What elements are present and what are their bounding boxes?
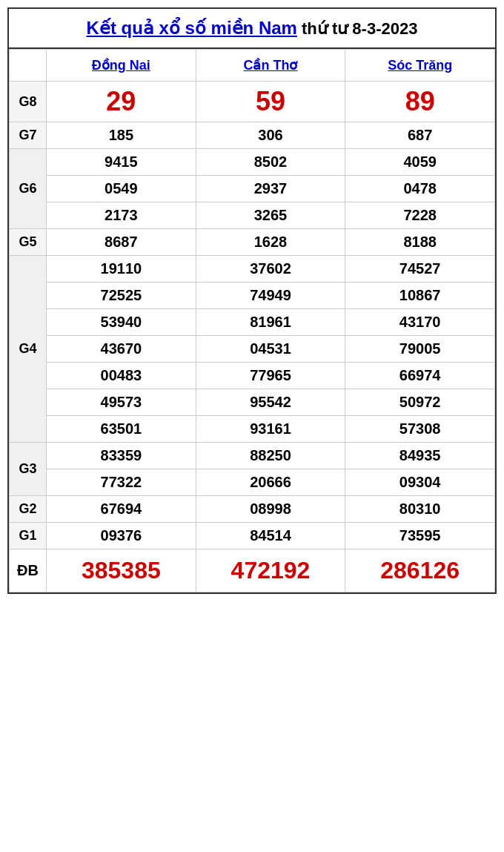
db-col2: 472192 <box>196 549 345 592</box>
header-col2: Cần Thơ <box>196 50 345 82</box>
table-row-g8: G8 29 59 89 <box>10 82 495 122</box>
g4-r4-col2: 04531 <box>196 336 345 363</box>
g1-col2: 84514 <box>196 523 345 549</box>
g4-r2-col3: 10867 <box>345 283 495 309</box>
table-row-g2: G2 67694 08998 80310 <box>10 496 495 523</box>
g7-col2: 306 <box>196 122 345 149</box>
g4-r1-col3: 74527 <box>345 256 495 283</box>
g2-col1: 67694 <box>47 496 196 523</box>
table-row-g1: G1 09376 84514 73595 <box>10 523 495 549</box>
table-row-g7: G7 185 306 687 <box>10 122 495 149</box>
label-db: ĐB <box>10 549 47 592</box>
label-g3: G3 <box>10 443 47 496</box>
g4-r2-col1: 72525 <box>47 283 196 309</box>
db-col1: 385385 <box>47 549 196 592</box>
title-date: thứ tư 8-3-2023 <box>302 19 417 38</box>
g4-r6-col2: 95542 <box>196 389 345 416</box>
g6-r2-col1: 0549 <box>47 176 196 202</box>
g4-r3-col1: 53940 <box>47 309 196 336</box>
g7-col1: 185 <box>47 122 196 149</box>
table-row-g3-2: 77322 20666 09304 <box>10 469 495 496</box>
g5-col2: 1628 <box>196 229 345 256</box>
g4-r5-col1: 00483 <box>47 363 196 389</box>
g5-col3: 8188 <box>345 229 495 256</box>
g4-r6-col3: 50972 <box>345 389 495 416</box>
page-title: Kết quả xổ số miền Nam thứ tư 8-3-2023 <box>9 9 495 49</box>
g3-r2-col3: 09304 <box>345 469 495 496</box>
label-g8: G8 <box>10 82 47 122</box>
g7-col3: 687 <box>345 122 495 149</box>
g8-col2: 59 <box>196 82 345 122</box>
table-row-g3-1: G3 83359 88250 84935 <box>10 443 495 469</box>
g4-r3-col2: 81961 <box>196 309 345 336</box>
g4-r4-col1: 43670 <box>47 336 196 363</box>
header-empty <box>10 50 47 82</box>
g6-r3-col2: 3265 <box>196 202 345 229</box>
table-row-g6-3: 2173 3265 7228 <box>10 202 495 229</box>
header-col3: Sóc Trăng <box>345 50 495 82</box>
g6-r1-col2: 8502 <box>196 149 345 176</box>
table-row-g5: G5 8687 1628 8188 <box>10 229 495 256</box>
g4-r4-col3: 79005 <box>345 336 495 363</box>
g2-col2: 08998 <box>196 496 345 523</box>
table-header: Đồng Nai Cần Thơ Sóc Trăng <box>10 50 495 82</box>
g4-r1-col2: 37602 <box>196 256 345 283</box>
title-main: Kết quả xổ số miền Nam <box>87 18 297 38</box>
table-row-g4-5: 00483 77965 66974 <box>10 363 495 389</box>
table-row-db: ĐB 385385 472192 286126 <box>10 549 495 592</box>
table-row-g4-7: 63501 93161 57308 <box>10 416 495 443</box>
label-g7: G7 <box>10 122 47 149</box>
g6-r3-col1: 2173 <box>47 202 196 229</box>
g5-col1: 8687 <box>47 229 196 256</box>
g8-col1: 29 <box>47 82 196 122</box>
g3-r2-col2: 20666 <box>196 469 345 496</box>
g1-col1: 09376 <box>47 523 196 549</box>
g4-r5-col2: 77965 <box>196 363 345 389</box>
label-g4: G4 <box>10 256 47 443</box>
label-g5: G5 <box>10 229 47 256</box>
label-g2: G2 <box>10 496 47 523</box>
g3-r1-col1: 83359 <box>47 443 196 469</box>
g6-r1-col1: 9415 <box>47 149 196 176</box>
g4-r7-col3: 57308 <box>345 416 495 443</box>
db-col3: 286126 <box>345 549 495 592</box>
table-row-g4-6: 49573 95542 50972 <box>10 389 495 416</box>
g1-col3: 73595 <box>345 523 495 549</box>
g8-col3: 89 <box>345 82 495 122</box>
table-row-g4-4: 43670 04531 79005 <box>10 336 495 363</box>
g3-r2-col1: 77322 <box>47 469 196 496</box>
table-row-g4-1: G4 19110 37602 74527 <box>10 256 495 283</box>
g6-r2-col2: 2937 <box>196 176 345 202</box>
label-g6: G6 <box>10 149 47 229</box>
table-row-g4-3: 53940 81961 43170 <box>10 309 495 336</box>
g3-r1-col2: 88250 <box>196 443 345 469</box>
g4-r7-col2: 93161 <box>196 416 345 443</box>
results-table: Đồng Nai Cần Thơ Sóc Trăng G8 29 59 89 G… <box>9 49 495 592</box>
g4-r3-col3: 43170 <box>345 309 495 336</box>
table-row-g6-2: 0549 2937 0478 <box>10 176 495 202</box>
g6-r3-col3: 7228 <box>345 202 495 229</box>
table-row-g6-1: G6 9415 8502 4059 <box>10 149 495 176</box>
g2-col3: 80310 <box>345 496 495 523</box>
table-row-g4-2: 72525 74949 10867 <box>10 283 495 309</box>
header-col1: Đồng Nai <box>47 50 196 82</box>
g6-r1-col3: 4059 <box>345 149 495 176</box>
g6-r2-col3: 0478 <box>345 176 495 202</box>
g4-r1-col1: 19110 <box>47 256 196 283</box>
g4-r5-col3: 66974 <box>345 363 495 389</box>
g4-r2-col2: 74949 <box>196 283 345 309</box>
main-container: Kết quả xổ số miền Nam thứ tư 8-3-2023 Đ… <box>7 7 497 594</box>
label-g1: G1 <box>10 523 47 549</box>
g4-r6-col1: 49573 <box>47 389 196 416</box>
g3-r1-col3: 84935 <box>345 443 495 469</box>
g4-r7-col1: 63501 <box>47 416 196 443</box>
